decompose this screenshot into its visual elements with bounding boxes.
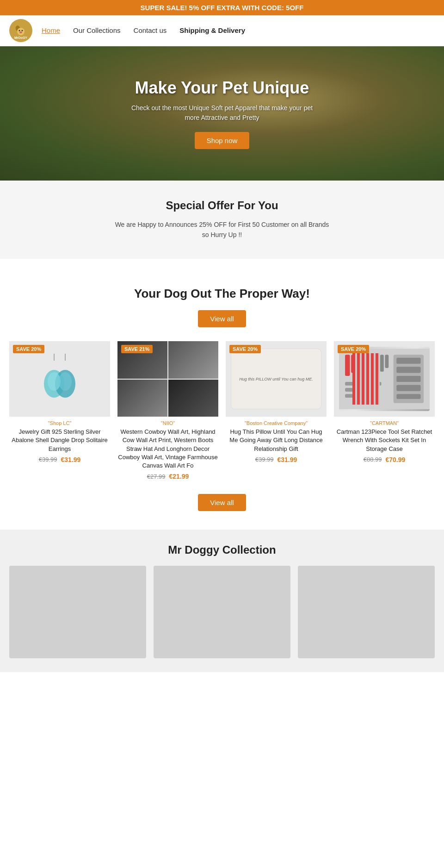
banner-text: SUPER SALE! 5% OFF EXTRA WITH CODE: 5OFF [141,4,304,12]
collection-card-1[interactable] [9,566,146,658]
price-new-tools: €70.99 [385,456,405,463]
nav-link-home[interactable]: Home [42,26,60,34]
price-old-cowboy: €27.99 [147,473,166,480]
svg-rect-18 [369,355,374,374]
product-title-cowboy: Western Cowboy Wall Art, Highland Cow Wa… [117,428,218,470]
collection-card-3[interactable] [298,566,435,658]
nav-item-collections[interactable]: Our Collections [73,26,121,35]
svg-rect-23 [345,388,375,392]
svg-point-4 [22,30,23,31]
product-prices-pillow: €39.99 €31.99 [226,456,327,463]
nav-link-contact[interactable]: Contact us [134,26,167,34]
svg-rect-17 [363,355,368,372]
svg-rect-24 [345,394,378,398]
product-title-pillow: Hug This Pillow Until You Can Hug Me Goi… [226,428,327,453]
special-offer-section: Special Offer For You We are Happy to An… [0,181,444,259]
svg-rect-22 [345,382,381,386]
svg-rect-28 [396,376,420,382]
product-card-earrings[interactable]: SAVE 20% "Shop LC" Jewelry Gift 925 Ster… [9,341,110,480]
save-badge-earrings: SAVE 20% [13,345,44,353]
save-badge-cowboy: SAVE 21% [121,345,153,353]
products-section: Your Dog Out The Proper Way! View all [0,277,444,530]
nav-item-shipping[interactable]: Shipping & Delivery [179,26,245,35]
product-image-pillow: Hug this PILLOW until You can hug ME. SA… [226,341,327,417]
product-image-cowboy: SAVE 21% [117,341,218,417]
hero-content: Make Your Pet Unique Check out the most … [125,78,319,149]
shop-now-button[interactable]: Shop now [195,132,250,149]
nav-link-shipping[interactable]: Shipping & Delivery [179,26,245,34]
collection-section: Mr Doggy Collection [0,530,444,672]
product-image-tools: SAVE 20% [334,341,435,417]
product-prices-earrings: €39.99 €31.99 [9,456,110,463]
product-card-tools[interactable]: SAVE 20% "CARTMAN" Cartman 123Piece Tool… [334,341,435,480]
products-heading: Your Dog Out The Proper Way! [9,287,435,301]
svg-rect-20 [380,355,384,372]
nav-links: Home Our Collections Contact us Shipping… [42,26,245,35]
svg-rect-26 [396,358,420,364]
hero-subtitle: Check out the most Unique Soft pet Appar… [125,103,319,123]
shop-name-cowboy: "NIIO" [117,420,218,426]
nav-item-home[interactable]: Home [42,26,60,35]
svg-rect-14 [345,355,350,376]
shop-name-pillow: "Boston Creative Company" [226,420,327,426]
svg-rect-30 [396,394,420,399]
view-all-top-button[interactable]: View all [198,310,246,327]
products-grid: SAVE 20% "Shop LC" Jewelry Gift 925 Ster… [9,341,435,480]
svg-rect-16 [357,355,362,378]
navbar: MrDoGY Home Our Collections Contact us S… [0,15,444,46]
svg-rect-29 [396,385,420,391]
product-prices-tools: €88.99 €70.99 [334,456,435,463]
hero-section: Make Your Pet Unique Check out the most … [0,46,444,181]
product-card-cowboy[interactable]: SAVE 21% "NIIO" Western Cowboy Wall Art,… [117,341,218,480]
svg-point-3 [19,30,20,31]
pillow-text: Hug this PILLOW until You can hug ME. [239,377,313,381]
price-new-pillow: €31.99 [277,456,297,463]
save-badge-tools: SAVE 20% [338,345,369,353]
svg-point-5 [19,31,22,33]
svg-text:MrDoGY: MrDoGY [14,36,27,39]
product-title-earrings: Jewelry Gift 925 Sterling Silver Abalone… [9,428,110,453]
save-badge-pillow: SAVE 20% [229,345,261,353]
collection-card-2[interactable] [154,566,290,658]
hero-title: Make Your Pet Unique [125,78,319,98]
pillow-image: Hug this PILLOW until You can hug ME. [231,349,321,409]
logo-circle: MrDoGY [9,19,32,42]
product-image-earrings: SAVE 20% [9,341,110,417]
svg-point-12 [59,372,72,391]
special-offer-text: We are Happy to Announces 25% OFF for Fi… [111,219,333,240]
product-title-tools: Cartman 123Piece Tool Set Ratchet Wrench… [334,428,435,453]
price-old-earrings: €39.99 [39,456,57,463]
product-prices-cowboy: €27.99 €21.99 [117,473,218,480]
top-banner: SUPER SALE! 5% OFF EXTRA WITH CODE: 5OFF [0,0,444,15]
nav-logo[interactable]: MrDoGY [9,19,32,42]
svg-point-11 [48,372,61,391]
svg-rect-15 [351,355,356,373]
collection-title: Mr Doggy Collection [9,543,435,556]
price-new-earrings: €31.99 [61,456,80,463]
product-card-pillow[interactable]: Hug this PILLOW until You can hug ME. SA… [226,341,327,480]
nav-item-contact[interactable]: Contact us [134,26,167,35]
shop-name-earrings: "Shop LC" [9,420,110,426]
price-old-pillow: €39.99 [255,456,274,463]
view-all-bottom-button[interactable]: View all [198,494,246,511]
collection-grid [9,566,435,658]
svg-rect-21 [385,355,388,368]
special-offer-title: Special Offer For You [9,199,435,212]
svg-rect-27 [396,367,420,373]
svg-rect-19 [375,355,379,370]
shop-name-tools: "CARTMAN" [334,420,435,426]
nav-link-collections[interactable]: Our Collections [73,26,121,34]
tools-image [339,347,430,411]
price-new-cowboy: €21.99 [169,473,189,480]
price-old-tools: €88.99 [364,456,382,463]
